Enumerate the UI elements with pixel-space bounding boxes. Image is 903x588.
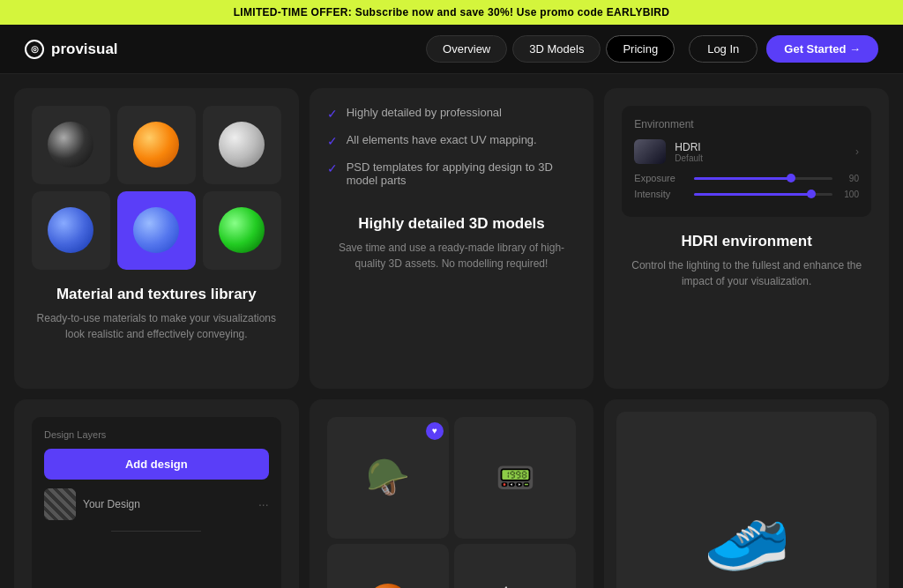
- check-icon-2: ✓: [327, 134, 338, 148]
- sphere-dotted: [219, 122, 265, 167]
- design-name-label: Your Design: [83, 498, 251, 510]
- shoe-icon: 👟: [703, 491, 791, 574]
- card-materials: Material and textures library Ready-to-u…: [14, 88, 299, 389]
- nav-overview[interactable]: Overview: [426, 35, 507, 63]
- design-thumbnail: [44, 488, 76, 520]
- intensity-slider-row: Intensity 100: [634, 189, 859, 199]
- object-cell-bag[interactable]: 🍬: [454, 544, 576, 588]
- intensity-thumb[interactable]: [807, 190, 816, 198]
- design-ui: Design Layers Add design Your Design ···: [32, 417, 281, 588]
- object-cell-armor[interactable]: 🪖 ♥: [327, 417, 449, 539]
- hdri-ui: Environment HDRI Default › Exposure 90 I…: [622, 106, 871, 217]
- intensity-label: Intensity: [634, 189, 687, 199]
- nav-3d-models[interactable]: 3D Models: [512, 35, 601, 63]
- spheres-grid: [32, 106, 281, 270]
- intensity-fill: [694, 193, 811, 196]
- checklist-item-1: ✓ Highly detailed by professional: [327, 106, 577, 121]
- card-design-layers: Design Layers Add design Your Design ···: [14, 399, 299, 588]
- sphere-cell-5-selected[interactable]: [117, 191, 196, 270]
- hdri-thumbnail: [634, 139, 666, 164]
- exposure-label: Exposure: [634, 173, 687, 183]
- hdri-name: HDRI: [675, 141, 847, 153]
- sphere-cell-3[interactable]: [203, 106, 281, 184]
- checklist-text-3: PSD templates for applying design to 3D …: [347, 160, 577, 187]
- checklist-item-3: ✓ PSD templates for applying design to 3…: [327, 160, 577, 187]
- design-layers-label: Design Layers: [44, 429, 269, 440]
- card-3d-objects: 🪖 ♥ 📟 🍬: [310, 399, 594, 588]
- card-3d-models: ✓ Highly detailed by professional ✓ All …: [310, 88, 594, 389]
- main-grid: Material and textures library Ready-to-u…: [0, 74, 903, 588]
- shoe-preview-area: 👟: [616, 412, 877, 588]
- intensity-track[interactable]: [694, 193, 832, 196]
- device-icon: 📟: [496, 459, 535, 496]
- card-materials-title: Material and textures library: [32, 286, 281, 303]
- design-row: Your Design ···: [44, 488, 269, 520]
- design-more-icon[interactable]: ···: [258, 497, 269, 511]
- sphere-cell-2[interactable]: [117, 106, 196, 184]
- design-divider: [111, 531, 201, 532]
- logo: ◎ provisual: [25, 40, 412, 59]
- exposure-track[interactable]: [694, 177, 832, 180]
- nav-actions: Log In Get Started →: [689, 35, 878, 63]
- card-hdri-title: HDRI environment: [622, 233, 871, 250]
- sphere-blue-soft: [48, 207, 93, 253]
- armor-icon: 🪖: [366, 457, 410, 498]
- banner-text: LIMITED-TIME OFFER: Subscribe now and sa…: [234, 6, 670, 19]
- login-button[interactable]: Log In: [689, 35, 757, 63]
- sphere-wave: [48, 122, 93, 167]
- nav-links: Overview 3D Models Pricing: [426, 35, 675, 63]
- sphere-orange: [133, 122, 179, 167]
- card-3dmodels-desc: Save time and use a ready-made library o…: [327, 240, 577, 272]
- intensity-value: 100: [840, 190, 859, 199]
- check-icon-3: ✓: [327, 161, 338, 175]
- exposure-thumb[interactable]: [787, 174, 795, 182]
- exposure-fill: [694, 177, 791, 180]
- checklist-text-1: Highly detailed by professional: [347, 106, 502, 119]
- sphere-cell-1[interactable]: [32, 106, 110, 184]
- promo-banner: LIMITED-TIME OFFER: Subscribe now and sa…: [0, 0, 903, 25]
- hdri-selector-row[interactable]: HDRI Default ›: [634, 139, 859, 164]
- sphere-cell-6[interactable]: [203, 191, 281, 270]
- sphere-cell-4[interactable]: [32, 191, 110, 270]
- card-hdri-desc: Control the lighting to the fullest and …: [622, 257, 871, 289]
- card-hdri: Environment HDRI Default › Exposure 90 I…: [604, 88, 889, 389]
- card-3dmodels-title: Highly detailed 3D models: [327, 215, 577, 233]
- logo-icon: ◎: [25, 40, 44, 59]
- add-design-button[interactable]: Add design: [44, 449, 269, 480]
- nav-pricing[interactable]: Pricing: [606, 35, 675, 63]
- sphere-green: [219, 207, 265, 253]
- get-started-button[interactable]: Get Started →: [766, 35, 878, 63]
- navbar: ◎ provisual Overview 3D Models Pricing L…: [0, 25, 903, 74]
- checklist-item-2: ✓ All elements have exact UV mapping.: [327, 133, 577, 148]
- checklist: ✓ Highly detailed by professional ✓ All …: [327, 106, 577, 199]
- checklist-text-2: All elements have exact UV mapping.: [347, 133, 537, 146]
- basketball-icon: [367, 584, 409, 588]
- sphere-dark-blue: [133, 207, 179, 253]
- favorite-icon[interactable]: ♥: [426, 422, 444, 440]
- card-shoe-preview: 👟 100% ↩ ⊙ ○ ▷ ◎: [604, 399, 889, 588]
- hdri-sub: Default: [675, 153, 847, 163]
- check-icon-1: ✓: [327, 107, 338, 121]
- environment-label: Environment: [634, 118, 859, 130]
- object-cell-device[interactable]: 📟: [454, 417, 576, 539]
- hdri-chevron-icon: ›: [855, 145, 859, 158]
- exposure-slider-row: Exposure 90: [634, 173, 859, 183]
- card-materials-desc: Ready-to-use materials to make your visu…: [32, 310, 281, 342]
- logo-text: provisual: [51, 41, 118, 58]
- object-cell-basketball[interactable]: [327, 544, 449, 588]
- objects-grid: 🪖 ♥ 📟 🍬: [327, 417, 577, 588]
- exposure-value: 90: [840, 174, 859, 183]
